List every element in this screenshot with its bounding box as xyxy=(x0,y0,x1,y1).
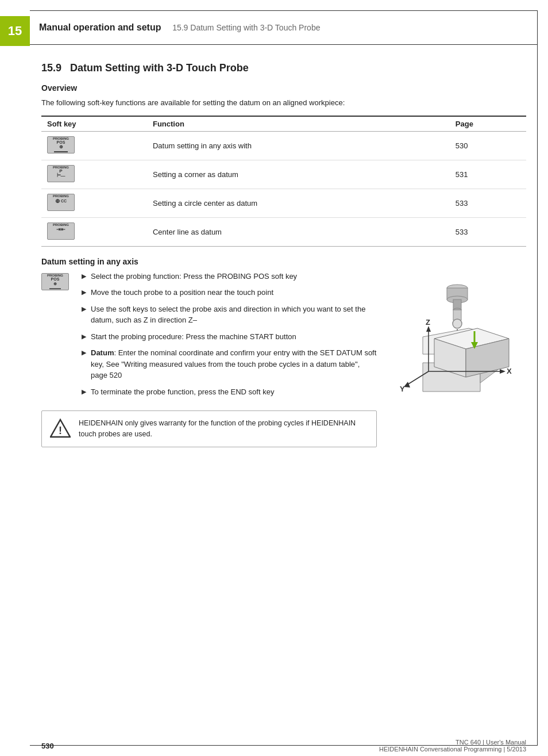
softkey-cell-2: PROBING P ⊢— xyxy=(41,160,147,189)
overview-heading: Overview xyxy=(41,83,526,93)
svg-text:Y: Y xyxy=(400,385,405,393)
datum-axis-heading: Datum setting in any axis xyxy=(41,257,526,266)
step-4: ▶ Start the probing procedure: Press the… xyxy=(82,331,377,343)
softkey-icon-1: PROBING POS ⊕ ▬▬▬▬ xyxy=(47,136,75,153)
header-title: Manual operation and setup xyxy=(39,22,161,33)
svg-point-8 xyxy=(453,319,462,328)
step-6: ▶ To terminate the probe function, press… xyxy=(82,386,377,398)
diagram-column: Z Y X xyxy=(388,271,526,447)
table-row: PROBING POS ⊕ ▬▬▬▬ Datum setting in any … xyxy=(41,131,526,160)
softkey-cell-4: PROBING ⇥⇤ xyxy=(41,217,147,246)
col-header-function: Function xyxy=(147,116,450,132)
step-2: ▶ Move the touch probe to a position nea… xyxy=(82,287,377,298)
section-title: 15.9 Datum Setting with 3-D Touch Probe xyxy=(41,62,526,74)
main-content: 15.9 Datum Setting with 3-D Touch Probe … xyxy=(30,45,538,735)
warning-triangle-svg: ! xyxy=(50,418,71,439)
header-subtitle: 15.9 Datum Setting with 3-D Touch Probe xyxy=(165,23,320,32)
table-row: PROBING P ⊢— Setting a corner as datum 5… xyxy=(41,160,526,189)
table-row: PROBING ⊕ CC Setting a circle center as … xyxy=(41,189,526,217)
footer-info: TNC 640 | User's Manual HEIDENHAIN Conve… xyxy=(379,739,526,753)
header-area: Manual operation and setup 15.9 Datum Se… xyxy=(30,10,538,45)
warning-text: HEIDENHAIN only gives warranty for the f… xyxy=(79,418,368,440)
softkey-icon-4: PROBING ⇥⇤ xyxy=(47,222,75,240)
softkey-icon-2: PROBING P ⊢— xyxy=(47,165,75,182)
page-cell-4: 533 xyxy=(450,217,526,246)
datum-softkey-icon: PROBING POS ⊕ ▬▬▬▬ xyxy=(41,271,74,292)
svg-text:!: ! xyxy=(59,425,62,436)
footer-info-line2: HEIDENHAIN Conversational Programming | … xyxy=(379,746,526,753)
datum-softkey-row: PROBING POS ⊕ ▬▬▬▬ ▶ Select the probing … xyxy=(41,271,377,403)
page-cell-1: 530 xyxy=(450,131,526,160)
bullet-list: ▶ Select the probing function: Press the… xyxy=(82,271,377,398)
step-5: ▶ Datum: Enter the nominal coordinate an… xyxy=(82,347,377,381)
warning-box: ! HEIDENHAIN only gives warranty for the… xyxy=(41,410,377,447)
3d-diagram-svg: Z Y X xyxy=(388,271,515,397)
softkey-cell-3: PROBING ⊕ CC xyxy=(41,189,147,217)
function-cell-3: Setting a circle center as datum xyxy=(147,189,450,217)
footer-page: 530 xyxy=(41,742,54,750)
steps-list-container: ▶ Select the probing function: Press the… xyxy=(82,271,377,403)
page-cell-3: 533 xyxy=(450,189,526,217)
page-cell-2: 531 xyxy=(450,160,526,189)
col-header-softkey: Soft key xyxy=(41,116,147,132)
softkey-probing-pos: PROBING POS ⊕ ▬▬▬▬ xyxy=(41,273,69,290)
table-row: PROBING ⇥⇤ Center line as datum 533 xyxy=(41,217,526,246)
footer-info-line1: TNC 640 | User's Manual xyxy=(379,739,526,746)
softkey-icon-3: PROBING ⊕ CC xyxy=(47,194,75,211)
footer-area: 530 TNC 640 | User's Manual HEIDENHAIN C… xyxy=(30,735,538,756)
overview-intro: The following soft-key functions are ava… xyxy=(41,97,526,109)
warning-icon: ! xyxy=(50,418,71,439)
softkey-table: Soft key Function Page PROBING POS ⊕ ▬▬▬… xyxy=(41,116,526,247)
function-cell-1: Datum setting in any axis with xyxy=(147,131,450,160)
function-cell-4: Center line as datum xyxy=(147,217,450,246)
col-header-page: Page xyxy=(450,116,526,132)
chapter-number: 15 xyxy=(0,16,30,46)
chapter-tab: 15 xyxy=(0,0,30,756)
svg-marker-23 xyxy=(500,369,505,374)
softkey-cell-1: PROBING POS ⊕ ▬▬▬▬ xyxy=(41,131,147,160)
step-3: ▶ Use the soft keys to select the probe … xyxy=(82,304,377,326)
step-1: ▶ Select the probing function: Press the… xyxy=(82,271,377,282)
svg-text:Z: Z xyxy=(426,318,430,327)
function-cell-2: Setting a corner as datum xyxy=(147,160,450,189)
page-container: 15 Manual operation and setup 15.9 Datum… xyxy=(0,0,548,756)
svg-text:X: X xyxy=(507,367,512,375)
svg-marker-17 xyxy=(426,326,431,332)
steps-column: PROBING POS ⊕ ▬▬▬▬ ▶ Select the probing … xyxy=(41,271,377,447)
two-col-layout: PROBING POS ⊕ ▬▬▬▬ ▶ Select the probing … xyxy=(41,271,526,447)
